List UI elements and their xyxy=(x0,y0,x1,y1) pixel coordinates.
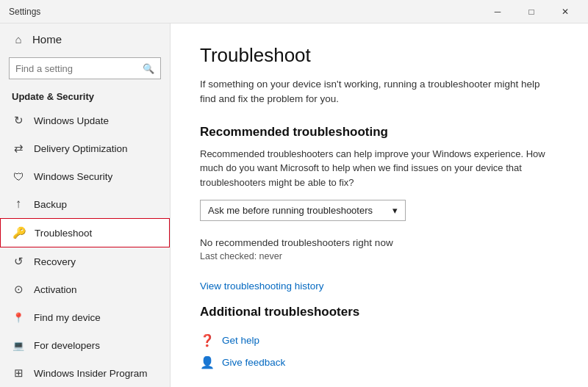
home-label: Home xyxy=(32,33,62,46)
view-history-link[interactable]: View troubleshooting history xyxy=(200,281,324,292)
app-body: ⌂ Home 🔍 Update & Security ↻ Windows Upd… xyxy=(0,23,588,387)
sidebar-label-windows-security: Windows Security xyxy=(34,171,112,182)
give-feedback-link[interactable]: Give feedback xyxy=(222,357,285,368)
sidebar-item-recovery[interactable]: ↺ Recovery xyxy=(0,247,170,275)
sidebar-item-delivery-optimization[interactable]: ⇄ Delivery Optimization xyxy=(0,134,170,162)
main-content: Troubleshoot If something on your device… xyxy=(171,23,588,387)
troubleshoot-icon: 🔑 xyxy=(12,226,26,239)
get-help-item[interactable]: ❓ Get help xyxy=(200,333,559,347)
sidebar-label-find-my-device: Find my device xyxy=(34,312,101,323)
sidebar-item-find-my-device[interactable]: 📍 Find my device xyxy=(0,303,170,331)
give-feedback-icon: 👤 xyxy=(200,355,215,369)
troubleshooter-dropdown[interactable]: Ask me before running troubleshooters ▾ xyxy=(200,200,406,221)
get-help-link[interactable]: Get help xyxy=(222,335,259,346)
sidebar-item-troubleshoot[interactable]: 🔑 Troubleshoot xyxy=(0,218,170,247)
sidebar-label-delivery-optimization: Delivery Optimization xyxy=(34,143,128,154)
window-controls: ─ □ ✕ xyxy=(481,0,582,23)
sidebar-item-for-developers[interactable]: 💻 For developers xyxy=(0,331,170,359)
delivery-optimization-icon: ⇄ xyxy=(12,142,25,155)
home-icon: ⌂ xyxy=(12,32,25,46)
give-feedback-item[interactable]: 👤 Give feedback xyxy=(200,355,559,369)
sidebar-label-backup: Backup xyxy=(34,199,67,210)
sidebar-label-windows-update: Windows Update xyxy=(34,115,109,126)
sidebar-item-windows-insider[interactable]: ⊞ Windows Insider Program xyxy=(0,359,170,387)
search-box[interactable]: 🔍 xyxy=(9,57,161,79)
sidebar-section-title: Update & Security xyxy=(0,87,170,106)
sidebar-item-windows-security[interactable]: 🛡 Windows Security xyxy=(0,162,170,190)
title-bar: Settings ─ □ ✕ xyxy=(0,0,588,23)
sidebar-label-activation: Activation xyxy=(34,284,77,295)
search-input[interactable] xyxy=(15,63,143,74)
activation-icon: ⊙ xyxy=(12,283,25,296)
recovery-icon: ↺ xyxy=(12,255,25,268)
page-description: If something on your device isn't workin… xyxy=(200,77,559,107)
windows-update-icon: ↻ xyxy=(12,114,25,127)
sidebar-item-activation[interactable]: ⊙ Activation xyxy=(0,275,170,303)
search-icon: 🔍 xyxy=(143,63,154,74)
find-my-device-icon: 📍 xyxy=(12,311,25,324)
dropdown-arrow-icon: ▾ xyxy=(392,205,398,216)
sidebar: ⌂ Home 🔍 Update & Security ↻ Windows Upd… xyxy=(0,23,171,387)
sidebar-item-backup[interactable]: ↑ Backup xyxy=(0,190,170,218)
sidebar-item-windows-update[interactable]: ↻ Windows Update xyxy=(0,106,170,134)
get-help-icon: ❓ xyxy=(200,333,215,347)
sidebar-home-item[interactable]: ⌂ Home xyxy=(0,23,170,54)
additional-section-title: Additional troubleshooters xyxy=(200,305,559,319)
no-troubleshooters-text: No recommended troubleshooters right now xyxy=(200,237,559,248)
backup-icon: ↑ xyxy=(12,198,25,211)
dropdown-value: Ask me before running troubleshooters xyxy=(208,205,373,216)
close-button[interactable]: ✕ xyxy=(548,0,582,23)
sidebar-label-recovery: Recovery xyxy=(34,256,76,267)
sidebar-label-for-developers: For developers xyxy=(34,340,100,351)
page-title: Troubleshoot xyxy=(200,44,559,67)
last-checked-text: Last checked: never xyxy=(200,251,559,261)
sidebar-label-windows-insider: Windows Insider Program xyxy=(34,368,148,379)
windows-security-icon: 🛡 xyxy=(12,170,25,183)
for-developers-icon: 💻 xyxy=(12,339,25,352)
windows-insider-icon: ⊞ xyxy=(12,366,25,380)
app-title: Settings xyxy=(9,7,40,17)
recommended-section-desc: Recommended troubleshooters can help imp… xyxy=(200,147,559,190)
recommended-section-title: Recommended troubleshooting xyxy=(200,125,559,140)
minimize-button[interactable]: ─ xyxy=(481,0,514,23)
sidebar-label-troubleshoot: Troubleshoot xyxy=(35,228,92,239)
maximize-button[interactable]: □ xyxy=(514,0,548,23)
